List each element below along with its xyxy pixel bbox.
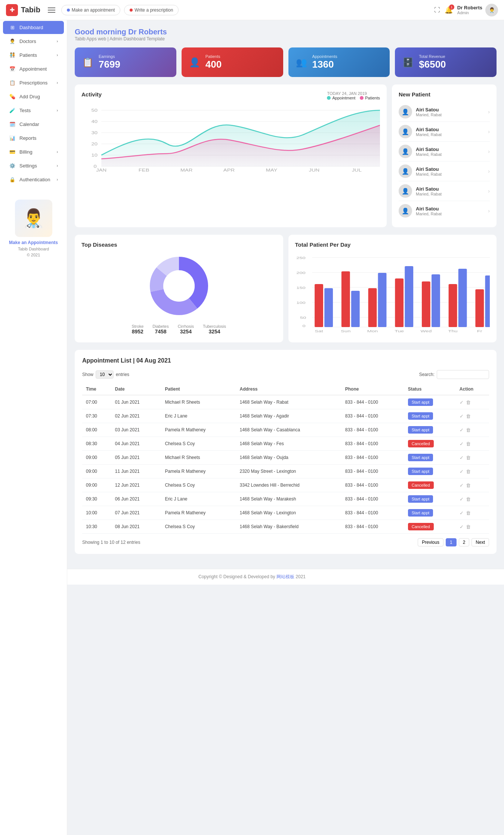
sidebar-item-doctors[interactable]: 👨‍⚕️ Doctors › [3, 35, 64, 48]
cell-time-7: 09:30 [82, 492, 111, 506]
cancelled-button-6[interactable]: Cancelled [408, 481, 434, 489]
sidebar-item-patients[interactable]: 🧑‍🤝‍🧑 Patients › [3, 49, 64, 62]
cell-date-8: 07 Jun 2021 [111, 506, 161, 520]
sidebar-item-reports[interactable]: 📊 Reports [3, 132, 64, 145]
delete-icon-3[interactable]: 🗑 [466, 441, 471, 447]
start-appt-button-5[interactable]: Start appt [408, 468, 433, 475]
cell-address-8: 1468 Selah Way - Lexington [236, 506, 341, 520]
start-appt-button-8[interactable]: Start appt [408, 509, 433, 517]
appointment-list-title: Appointment List | 04 Aug 2021 [82, 357, 489, 364]
sidebar-appt-link[interactable]: Make an Appointments [6, 240, 61, 245]
sidebar-bottom: 👨‍⚕️ Make an Appointments Tabib Dashboar… [0, 194, 67, 263]
cell-address-3: 1468 Selah Way - Fes [236, 437, 341, 451]
np-avatar-0: 👤 [399, 105, 412, 118]
new-patient-item-0[interactable]: 👤 Airi Satou Maried, Rabat › [399, 102, 490, 122]
cell-status-7: Start appt [404, 492, 456, 506]
sidebar-item-calendar[interactable]: 🗓️ Calendar [3, 118, 64, 131]
delete-icon-5[interactable]: 🗑 [466, 469, 471, 474]
next-button[interactable]: Next [471, 538, 489, 546]
sidebar-label-4: Prescriptions [19, 80, 53, 86]
check-icon-9[interactable]: ✓ [460, 524, 464, 530]
check-icon-4[interactable]: ✓ [460, 455, 464, 460]
write-rx-button[interactable]: Write a prescription [124, 5, 179, 15]
sidebar-icon-3: 📅 [9, 66, 16, 72]
avatar[interactable]: 👨‍⚕️ [485, 4, 498, 16]
footer-link[interactable]: 网站模板 [276, 574, 294, 579]
check-icon-2[interactable]: ✓ [460, 427, 464, 433]
page-1-button[interactable]: 1 [446, 538, 457, 546]
check-icon-7[interactable]: ✓ [460, 496, 464, 502]
np-arrow-1: › [488, 129, 490, 135]
start-appt-button-4[interactable]: Start appt [408, 454, 433, 461]
logo-area: ✚ Tabib [6, 4, 40, 16]
delete-icon-8[interactable]: 🗑 [466, 510, 471, 516]
svg-rect-38 [341, 271, 350, 327]
new-patient-item-3[interactable]: 👤 Airi Satou Maried, Rabat › [399, 161, 490, 181]
delete-icon-0[interactable]: 🗑 [466, 400, 471, 405]
start-appt-button-7[interactable]: Start appt [408, 495, 433, 503]
check-icon-1[interactable]: ✓ [460, 413, 464, 419]
notification-bell[interactable]: 🔔 1 [445, 6, 453, 14]
disease-value-0: 8952 [132, 329, 143, 335]
hamburger-menu[interactable] [48, 7, 55, 13]
cancelled-button-3[interactable]: Cancelled [408, 440, 434, 447]
delete-icon-4[interactable]: 🗑 [466, 455, 471, 460]
cell-action-7: ✓ 🗑 [456, 492, 489, 506]
check-icon-6[interactable]: ✓ [460, 483, 464, 488]
sidebar-item-appointment[interactable]: 📅 Appointment [3, 62, 64, 76]
cell-patient-7: Eric J Lane [161, 492, 236, 506]
svg-rect-37 [324, 288, 333, 327]
disease-name-0: Stroke [132, 324, 143, 329]
start-appt-button-1[interactable]: Start appt [408, 412, 433, 420]
np-info-4: Airi Satou Maried, Rabat [416, 186, 484, 196]
sidebar-item-tests[interactable]: 🧪 Tests › [3, 104, 64, 117]
delete-icon-1[interactable]: 🗑 [466, 413, 471, 419]
sidebar-item-add-drug[interactable]: 💊 Add Drug [3, 90, 64, 103]
sidebar: ⊞ Dashboard 👨‍⚕️ Doctors › 🧑‍🤝‍🧑 Patient… [0, 20, 67, 835]
make-appt-button[interactable]: Make an appointment [61, 5, 120, 15]
sidebar-item-prescriptions[interactable]: 📋 Prescriptions › [3, 76, 64, 89]
check-icon-8[interactable]: ✓ [460, 510, 464, 516]
mid-row: Activity TODAY 24, JAN 2019 Appointment [75, 84, 497, 227]
check-icon-0[interactable]: ✓ [460, 400, 464, 405]
showing-text: Showing 1 to 10 of 12 entries [82, 540, 140, 545]
new-patient-item-1[interactable]: 👤 Airi Satou Maried, Rabat › [399, 122, 490, 142]
page-2-button[interactable]: 2 [459, 538, 470, 546]
new-patient-item-5[interactable]: 👤 Airi Satou Maried, Rabat › [399, 201, 490, 221]
sidebar-item-dashboard[interactable]: ⊞ Dashboard [3, 21, 64, 34]
expand-icon[interactable]: ⛶ [434, 7, 440, 13]
logo-icon: ✚ [6, 4, 18, 16]
new-patient-item-2[interactable]: 👤 Airi Satou Maried, Rabat › [399, 142, 490, 161]
cell-phone-6: 833 - 844 - 0100 [341, 478, 404, 492]
top-diseases-card: Top Diseases [75, 235, 283, 342]
legend-patients: Patients [360, 96, 380, 100]
cancelled-button-9[interactable]: Cancelled [408, 523, 434, 530]
sidebar-item-settings[interactable]: ⚙️ Settings › [3, 159, 64, 172]
stat-label-0: Earnings [99, 54, 120, 59]
entries-select[interactable]: 10 25 50 [96, 370, 114, 379]
stat-card-patients: 👤 Patients 400 [182, 47, 283, 77]
np-location-5: Maried, Rabat [416, 212, 484, 216]
cell-date-1: 02 Jun 2021 [111, 409, 161, 423]
previous-button[interactable]: Previous [418, 538, 443, 546]
start-appt-button-2[interactable]: Start appt [408, 426, 433, 434]
table-header: TimeDatePatientAddressPhoneStatusAction [82, 383, 489, 395]
top-actions: Make an appointment Write a prescription [61, 5, 179, 15]
check-icon-3[interactable]: ✓ [460, 441, 464, 447]
delete-icon-7[interactable]: 🗑 [466, 496, 471, 502]
table-row: 10:00 07 Jun 2021 Pamela R Matheney 1468… [82, 506, 489, 520]
table-body: 07:00 01 Jun 2021 Michael R Sheets 1468 … [82, 395, 489, 534]
np-location-4: Maried, Rabat [416, 192, 484, 196]
check-icon-5[interactable]: ✓ [460, 469, 464, 474]
delete-icon-2[interactable]: 🗑 [466, 427, 471, 433]
sidebar-item-billing[interactable]: 💳 Billing › [3, 145, 64, 158]
start-appt-button-0[interactable]: Start appt [408, 398, 433, 406]
new-patient-item-4[interactable]: 👤 Airi Satou Maried, Rabat › [399, 181, 490, 201]
cell-action-9: ✓ 🗑 [456, 520, 489, 534]
delete-icon-9[interactable]: 🗑 [466, 524, 471, 530]
delete-icon-6[interactable]: 🗑 [466, 483, 471, 488]
rx-dot-icon [130, 9, 133, 12]
svg-text:40: 40 [92, 120, 98, 124]
sidebar-item-authentication[interactable]: 🔒 Authentication › [3, 173, 64, 186]
search-input[interactable] [437, 370, 489, 379]
